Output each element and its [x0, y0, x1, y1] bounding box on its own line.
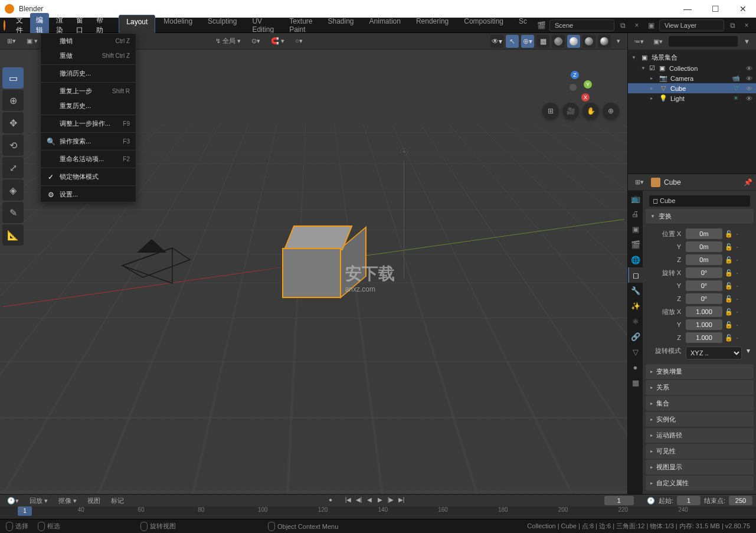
visibility-toggle[interactable]: 👁 [746, 85, 752, 92]
menu-preferences[interactable]: ⚙设置... [41, 187, 136, 202]
panel-visibility[interactable]: ▸可见性 [646, 444, 754, 459]
proptab-physics[interactable]: ⚛ [628, 313, 643, 329]
camera-data-icon[interactable]: 📹 [731, 74, 741, 82]
panel-collections[interactable]: ▸集合 [646, 396, 754, 411]
scale-z[interactable] [686, 332, 722, 343]
tree-collection[interactable]: ▼ ☑ ▣ Collection 👁 [628, 63, 756, 73]
proptab-modifiers[interactable]: 🔧 [628, 283, 643, 298]
overlay-toggle[interactable]: ⊕▾ [521, 35, 534, 48]
shading-options[interactable]: ▾ [613, 35, 624, 47]
pin-icon[interactable]: 📌 [744, 178, 752, 187]
axis-x-handle[interactable]: X [581, 93, 590, 102]
viewlayer-browse-icon[interactable]: ⧉ [726, 19, 738, 31]
gizmo-toggle[interactable]: ↖ [506, 35, 519, 48]
minimize-button[interactable]: — [679, 2, 696, 16]
current-frame-field[interactable] [604, 496, 634, 505]
tool-transform[interactable]: ◈ [2, 179, 24, 201]
tool-select-box[interactable]: ▭ [2, 67, 24, 89]
outliner-search-input[interactable] [669, 36, 738, 47]
timeline-ruler[interactable]: 1 20 40 60 80 100 120 140 160 180 200 22… [0, 506, 756, 519]
jump-to-start[interactable]: |◀ [343, 496, 353, 505]
panel-instancing[interactable]: ▸实例化 [646, 412, 754, 427]
proptab-viewlayer[interactable]: ▣ [628, 221, 643, 237]
menu-rename-active[interactable]: 重命名活动项...F2 [41, 152, 136, 166]
light-data-icon[interactable]: ☀ [731, 94, 741, 102]
visibility-toggle[interactable]: 👁 [746, 75, 752, 82]
tool-measure[interactable]: 📐 [2, 224, 24, 246]
proptab-render[interactable]: 📺 [628, 191, 643, 206]
scale-y[interactable] [686, 319, 722, 330]
proptab-data[interactable]: ▽ [628, 344, 643, 359]
viewlayer-delete-icon[interactable]: × [741, 19, 752, 31]
shading-rendered[interactable] [598, 35, 611, 48]
visibility-toggle[interactable]: 👁▾ [490, 35, 503, 48]
location-y[interactable] [686, 241, 722, 252]
tree-camera[interactable]: ▸ 📷 Camera 📹 👁 [628, 73, 756, 83]
menu-repeat-last[interactable]: 重复上一步Shift R [41, 84, 136, 99]
camera-view-button[interactable]: 🎥 [562, 103, 579, 119]
pan-button[interactable]: ✋ [582, 103, 599, 119]
shading-wireframe[interactable] [552, 35, 565, 48]
menu-redo[interactable]: 重做Shift Ctrl Z [41, 48, 136, 63]
navigation-gizmo[interactable]: Z Y X [557, 71, 590, 104]
rotation-mode-select[interactable]: XYZ .. [686, 346, 742, 359]
blender-icon[interactable] [4, 20, 5, 31]
mesh-data-icon[interactable]: ▽ [731, 84, 741, 92]
menu-repeat-history[interactable]: 重复历史... [41, 99, 136, 113]
axis-y-handle[interactable]: Y [584, 80, 592, 89]
timeline-keying-menu[interactable]: 抠像 ▾ [55, 495, 80, 507]
visibility-toggle[interactable]: 👁 [746, 65, 752, 72]
location-x[interactable] [686, 228, 722, 239]
properties-editor-type[interactable]: ⊞▾ [631, 176, 647, 188]
proptab-constraints[interactable]: 🔗 [628, 329, 643, 344]
rotation-x[interactable] [686, 267, 722, 278]
outliner-filter[interactable]: ▼ [740, 36, 754, 47]
tree-light[interactable]: ▸ 💡 Light ☀ 👁 [628, 93, 756, 103]
shading-lookdev[interactable] [582, 35, 595, 48]
panel-delta-transform[interactable]: ▸变换增量 [646, 364, 754, 379]
viewlayer-icon[interactable]: ▣ [645, 19, 657, 31]
proportional-edit[interactable]: ○▾ [292, 35, 306, 47]
outliner-editor-type[interactable]: ≔▾ [630, 36, 647, 47]
tool-annotate[interactable]: ✎ [2, 202, 24, 223]
lock-icon[interactable]: 🔓 [725, 230, 734, 238]
panel-relations[interactable]: ▸关系 [646, 380, 754, 395]
tree-scene-collection[interactable]: ▼▣ 场景集合 [628, 52, 756, 63]
mode-selector[interactable]: ▣ ▾ [23, 35, 41, 47]
tool-rotate[interactable]: ⟲ [2, 135, 24, 156]
proptab-object[interactable]: ◻ [628, 267, 643, 283]
tree-cube[interactable]: ▸ ▽ Cube ▽ 👁 [628, 83, 756, 93]
scene-field[interactable] [549, 19, 614, 31]
jump-prev-keyframe[interactable]: ◀| [354, 496, 364, 505]
cube-object[interactable] [282, 236, 341, 295]
orientation-selector[interactable]: ↯ 全局 ▾ [212, 35, 244, 47]
location-z[interactable] [686, 254, 722, 265]
outliner-display-mode[interactable]: ▣▾ [650, 36, 666, 47]
jump-next-keyframe[interactable]: |▶ [386, 496, 395, 505]
jump-to-end[interactable]: ▶| [397, 496, 406, 505]
maximize-button[interactable]: ☐ [707, 2, 724, 16]
scene-delete-icon[interactable]: × [631, 19, 643, 31]
shading-solid[interactable] [567, 35, 580, 48]
xray-toggle[interactable]: ▦ [536, 35, 549, 48]
editor-type-selector[interactable]: ⊞▾ [4, 35, 19, 47]
tool-move[interactable]: ✥ [2, 112, 24, 133]
panel-custom-properties[interactable]: ▸自定义属性 [646, 476, 754, 491]
auto-keyframe-toggle[interactable]: ● [326, 496, 335, 505]
visibility-toggle[interactable]: 👁 [746, 95, 752, 102]
timeline-marker-menu[interactable]: 标记 [107, 495, 127, 507]
zoom-button[interactable]: ⊞ [542, 103, 559, 119]
menu-operator-search[interactable]: 🔍操作搜索...F3 [41, 134, 136, 149]
proptab-scene[interactable]: 🎬 [628, 237, 643, 252]
scene-icon[interactable]: 🎬 [535, 19, 547, 31]
menu-adjust-last[interactable]: 调整上一步操作...F9 [41, 116, 136, 131]
rotation-y[interactable] [686, 280, 722, 291]
light-object[interactable] [395, 143, 413, 279]
proptab-particles[interactable]: ✨ [628, 298, 643, 313]
scene-browse-icon[interactable]: ⧉ [617, 19, 629, 31]
timeline-editor-type[interactable]: 🕐▾ [4, 495, 22, 506]
object-datablock[interactable]: ◻ Cube [649, 195, 750, 207]
menu-lock-object-modes[interactable]: 锁定物体模式 [41, 169, 136, 184]
timeline-view-menu[interactable]: 视图 [84, 495, 104, 507]
panel-transform-header[interactable]: ▼变换 [646, 209, 754, 224]
